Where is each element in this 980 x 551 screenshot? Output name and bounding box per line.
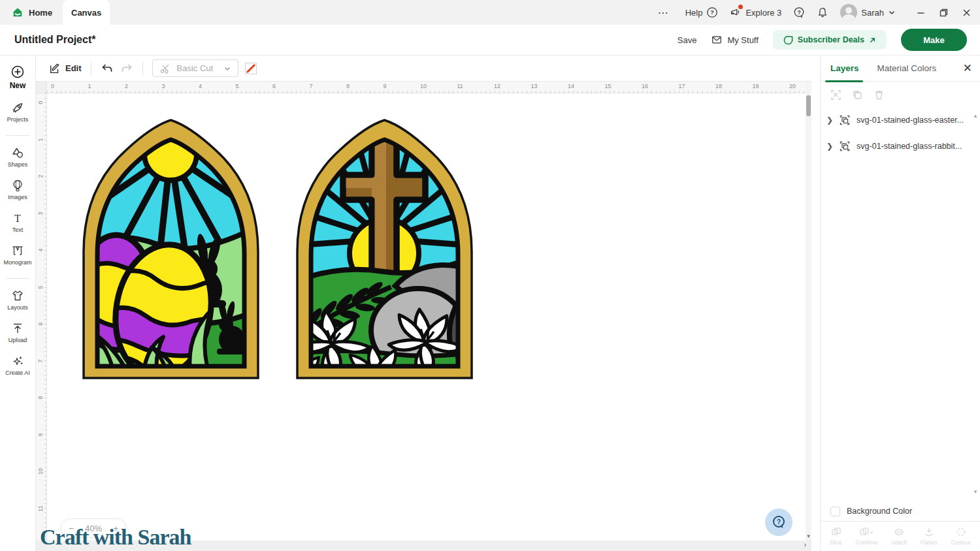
layer-name: svg-01-stained-glass-rabbit... [857, 142, 962, 151]
sidebar-item-label: Shapes [8, 161, 28, 168]
combine-icon [859, 527, 874, 537]
save-button[interactable]: Save [678, 35, 697, 45]
select-all-icon[interactable] [830, 89, 841, 101]
sidebar-item-upload[interactable]: Upload [8, 322, 27, 343]
chevron-down-icon [888, 8, 896, 16]
slice-button[interactable]: Slice [830, 527, 841, 546]
stained-glass-rabbit-window[interactable] [78, 115, 263, 382]
my-stuff-button[interactable]: My Stuff [711, 34, 758, 46]
delete-trash-icon[interactable] [874, 89, 885, 101]
undo-button[interactable] [101, 62, 114, 75]
app-window: Home Canvas ⋯ Help ? [0, 0, 980, 551]
sidebar-item-label: Upload [8, 337, 27, 343]
sidebar-item-monogram[interactable]: Monogram [3, 244, 31, 266]
sidebar-item-text[interactable]: T Text [11, 212, 24, 233]
external-arrow-icon [869, 37, 876, 44]
restore-button[interactable] [939, 8, 948, 17]
action-label: Slice [830, 539, 841, 546]
subscriber-deals-button[interactable]: Subscriber Deals [773, 30, 887, 50]
sidebar-item-label: Images [8, 194, 27, 200]
background-color-swatch[interactable] [830, 507, 840, 516]
attach-button[interactable]: Attach [891, 527, 907, 546]
close-button[interactable] [962, 8, 971, 17]
sidebar-item-layouts[interactable]: Layouts [7, 289, 28, 311]
background-color-row: Background Color [821, 501, 980, 521]
contour-button[interactable]: Contour [951, 527, 970, 546]
deals-tag-icon [783, 35, 793, 45]
canvas-vertical-scrollbar[interactable]: ▼ [806, 82, 811, 541]
chevron-down-icon [223, 65, 231, 72]
tools-sidebar: New Projects Shapes Images [0, 55, 36, 551]
stained-glass-easter-window[interactable] [292, 115, 477, 382]
balloon-icon [11, 179, 24, 192]
monogram-icon [11, 244, 24, 257]
layer-row[interactable]: ❯ svg-01-stained-glass-rabbit... [821, 133, 980, 159]
flatten-button[interactable]: Flatten [921, 527, 938, 546]
help-fab-button[interactable]: ? [765, 509, 792, 536]
expand-chevron-icon[interactable]: ❯ [826, 142, 833, 151]
sidebar-item-new[interactable]: New [10, 65, 26, 90]
user-menu[interactable]: Sarah [840, 4, 896, 21]
group-bounding-box-icon [839, 114, 851, 126]
duplicate-icon[interactable] [852, 89, 863, 101]
sidebar-item-label: Layouts [7, 304, 28, 311]
avatar [840, 4, 857, 21]
tab-canvas[interactable]: Canvas [63, 0, 110, 25]
new-plus-icon [10, 65, 25, 79]
sidebar-item-label: New [10, 81, 26, 90]
project-header: Untitled Project* Save My Stuff Subscrib… [0, 25, 980, 55]
vertical-ruler: 01234567891011 [36, 93, 47, 551]
close-panel-icon[interactable]: ✕ [963, 61, 972, 75]
rocket-icon [11, 101, 24, 114]
minimize-button[interactable] [917, 8, 925, 17]
design-canvas[interactable]: 01234567891011121314151617181920 0123456… [36, 82, 811, 551]
scrollbar-thumb[interactable] [806, 95, 811, 116]
explore-label: Explore 3 [745, 8, 781, 18]
canvas-label: Canvas [71, 8, 101, 18]
combine-button[interactable]: Combine [855, 527, 877, 546]
sidebar-item-create-ai[interactable]: Create AI [5, 354, 30, 376]
expand-chevron-icon[interactable]: ❯ [826, 116, 833, 125]
sidebar-item-images[interactable]: Images [8, 179, 27, 200]
edit-label: Edit [65, 63, 82, 73]
scroll-right-arrow[interactable]: › [804, 541, 806, 548]
sidebar-item-shapes[interactable]: Shapes [8, 146, 28, 168]
panel-scroll-down-arrow[interactable]: ▼ [973, 489, 978, 495]
layers-panel: Layers Material Colors ✕ ❯ [820, 55, 980, 551]
horizontal-ruler: 01234567891011121314151617181920 [36, 82, 811, 93]
sparkle-ai-icon [11, 354, 24, 368]
tab-material-colors[interactable]: Material Colors [877, 63, 937, 73]
svg-text:?: ? [777, 518, 781, 526]
notifications-bell-icon[interactable] [817, 7, 828, 18]
scroll-down-arrow[interactable]: ▼ [806, 533, 811, 539]
help-bubble-icon: ? [771, 514, 787, 530]
sidebar-item-label: Text [12, 227, 24, 233]
watermark: Craft with Sarah [40, 525, 191, 550]
redo-button[interactable] [120, 62, 133, 75]
my-stuff-icon [711, 34, 723, 46]
layer-name: svg-01-stained-glass-easter... [857, 116, 964, 125]
sidebar-item-projects[interactable]: Projects [7, 101, 29, 123]
feedback-bubble-icon[interactable]: ? [793, 7, 805, 18]
flatten-icon [924, 527, 934, 537]
layer-row[interactable]: ❯ svg-01-stained-glass-easter... [821, 107, 980, 133]
my-stuff-label: My Stuff [727, 35, 758, 45]
tab-layers[interactable]: Layers [830, 63, 859, 73]
edit-button[interactable]: Edit [49, 63, 82, 74]
overflow-menu-icon[interactable]: ⋯ [658, 7, 670, 19]
group-bounding-box-icon [839, 140, 851, 152]
slice-icon [831, 527, 841, 537]
explore-menu[interactable]: Explore 3 [730, 7, 781, 18]
subscriber-deals-label: Subscriber Deals [798, 35, 864, 44]
divider [6, 135, 29, 136]
action-label: Contour [951, 539, 970, 546]
help-menu[interactable]: Help ? [685, 7, 719, 18]
contour-icon [956, 527, 966, 537]
upload-icon [11, 322, 24, 335]
linetype-dropdown[interactable]: Basic Cut [152, 59, 238, 77]
sidebar-item-label: Projects [7, 116, 29, 123]
tab-home[interactable]: Home [0, 0, 63, 25]
linetype-color-swatch[interactable] [245, 63, 257, 74]
panel-scroll-up-arrow[interactable]: ▲ [973, 113, 978, 119]
make-button[interactable]: Make [901, 29, 967, 51]
